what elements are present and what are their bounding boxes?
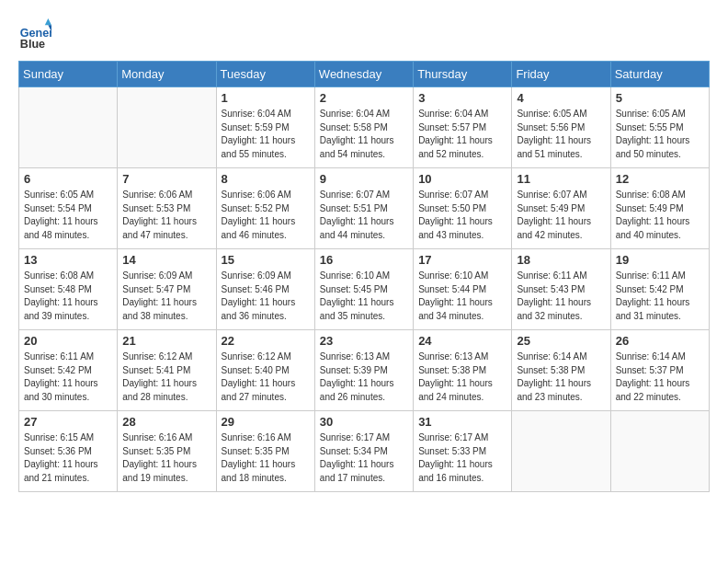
day-number: 4 bbox=[517, 91, 605, 105]
day-number: 16 bbox=[320, 253, 408, 267]
calendar-table: SundayMondayTuesdayWednesdayThursdayFrid… bbox=[18, 61, 710, 492]
day-number: 11 bbox=[517, 172, 605, 186]
calendar-cell: 1Sunrise: 6:04 AM Sunset: 5:59 PM Daylig… bbox=[216, 87, 314, 168]
calendar-cell: 8Sunrise: 6:06 AM Sunset: 5:52 PM Daylig… bbox=[216, 168, 314, 249]
calendar-week-5: 27Sunrise: 6:15 AM Sunset: 5:36 PM Dayli… bbox=[19, 411, 710, 492]
day-number: 13 bbox=[24, 253, 112, 267]
calendar-cell: 4Sunrise: 6:05 AM Sunset: 5:56 PM Daylig… bbox=[512, 87, 610, 168]
day-info: Sunrise: 6:14 AM Sunset: 5:38 PM Dayligh… bbox=[517, 350, 605, 404]
calendar-cell: 19Sunrise: 6:11 AM Sunset: 5:42 PM Dayli… bbox=[610, 249, 709, 330]
day-header-sunday: Sunday bbox=[19, 62, 118, 87]
calendar-cell: 29Sunrise: 6:16 AM Sunset: 5:35 PM Dayli… bbox=[216, 411, 314, 492]
day-info: Sunrise: 6:05 AM Sunset: 5:55 PM Dayligh… bbox=[616, 108, 704, 161]
calendar-cell: 15Sunrise: 6:09 AM Sunset: 5:46 PM Dayli… bbox=[216, 249, 314, 330]
day-info: Sunrise: 6:04 AM Sunset: 5:57 PM Dayligh… bbox=[418, 108, 506, 161]
calendar-cell: 31Sunrise: 6:17 AM Sunset: 5:33 PM Dayli… bbox=[414, 411, 512, 492]
day-info: Sunrise: 6:05 AM Sunset: 5:56 PM Dayligh… bbox=[517, 108, 605, 161]
day-info: Sunrise: 6:16 AM Sunset: 5:35 PM Dayligh… bbox=[122, 431, 210, 485]
day-header-tuesday: Tuesday bbox=[216, 62, 314, 87]
calendar-cell: 9Sunrise: 6:07 AM Sunset: 5:51 PM Daylig… bbox=[314, 168, 413, 249]
calendar-cell: 16Sunrise: 6:10 AM Sunset: 5:45 PM Dayli… bbox=[314, 249, 413, 330]
day-info: Sunrise: 6:04 AM Sunset: 5:58 PM Dayligh… bbox=[320, 108, 408, 161]
day-info: Sunrise: 6:12 AM Sunset: 5:41 PM Dayligh… bbox=[122, 350, 210, 404]
day-info: Sunrise: 6:07 AM Sunset: 5:50 PM Dayligh… bbox=[418, 189, 506, 242]
day-number: 12 bbox=[616, 172, 704, 186]
day-info: Sunrise: 6:15 AM Sunset: 5:36 PM Dayligh… bbox=[24, 431, 112, 485]
calendar-cell: 6Sunrise: 6:05 AM Sunset: 5:54 PM Daylig… bbox=[19, 168, 118, 249]
calendar-week-2: 6Sunrise: 6:05 AM Sunset: 5:54 PM Daylig… bbox=[19, 168, 710, 249]
day-number: 30 bbox=[320, 415, 408, 429]
calendar-cell: 22Sunrise: 6:12 AM Sunset: 5:40 PM Dayli… bbox=[216, 330, 314, 411]
day-number: 7 bbox=[122, 172, 210, 186]
day-info: Sunrise: 6:07 AM Sunset: 5:49 PM Dayligh… bbox=[517, 189, 605, 242]
day-number: 23 bbox=[320, 334, 408, 348]
day-info: Sunrise: 6:05 AM Sunset: 5:54 PM Dayligh… bbox=[24, 189, 112, 242]
calendar-cell: 5Sunrise: 6:05 AM Sunset: 5:55 PM Daylig… bbox=[610, 87, 709, 168]
calendar-cell: 28Sunrise: 6:16 AM Sunset: 5:35 PM Dayli… bbox=[118, 411, 216, 492]
day-info: Sunrise: 6:07 AM Sunset: 5:51 PM Dayligh… bbox=[320, 189, 408, 242]
day-info: Sunrise: 6:06 AM Sunset: 5:52 PM Dayligh… bbox=[222, 189, 310, 242]
calendar-cell: 18Sunrise: 6:11 AM Sunset: 5:43 PM Dayli… bbox=[512, 249, 610, 330]
day-header-wednesday: Wednesday bbox=[314, 62, 413, 87]
day-number: 26 bbox=[616, 334, 704, 348]
day-info: Sunrise: 6:12 AM Sunset: 5:40 PM Dayligh… bbox=[222, 350, 310, 404]
calendar-cell bbox=[512, 411, 610, 492]
calendar-cell: 10Sunrise: 6:07 AM Sunset: 5:50 PM Dayli… bbox=[414, 168, 512, 249]
calendar-week-1: 1Sunrise: 6:04 AM Sunset: 5:59 PM Daylig… bbox=[19, 87, 710, 168]
day-number: 3 bbox=[418, 91, 506, 105]
day-info: Sunrise: 6:10 AM Sunset: 5:44 PM Dayligh… bbox=[418, 270, 506, 323]
calendar-cell: 23Sunrise: 6:13 AM Sunset: 5:39 PM Dayli… bbox=[314, 330, 413, 411]
svg-text:Blue: Blue bbox=[20, 38, 45, 51]
calendar-week-4: 20Sunrise: 6:11 AM Sunset: 5:42 PM Dayli… bbox=[19, 330, 710, 411]
calendar-cell: 17Sunrise: 6:10 AM Sunset: 5:44 PM Dayli… bbox=[414, 249, 512, 330]
day-info: Sunrise: 6:13 AM Sunset: 5:39 PM Dayligh… bbox=[320, 350, 408, 404]
calendar-cell: 20Sunrise: 6:11 AM Sunset: 5:42 PM Dayli… bbox=[19, 330, 118, 411]
svg-marker-2 bbox=[45, 18, 51, 25]
calendar-cell: 11Sunrise: 6:07 AM Sunset: 5:49 PM Dayli… bbox=[512, 168, 610, 249]
day-number: 1 bbox=[222, 91, 310, 105]
calendar-cell: 12Sunrise: 6:08 AM Sunset: 5:49 PM Dayli… bbox=[610, 168, 709, 249]
calendar-cell bbox=[118, 87, 216, 168]
day-info: Sunrise: 6:17 AM Sunset: 5:34 PM Dayligh… bbox=[320, 431, 408, 485]
day-info: Sunrise: 6:17 AM Sunset: 5:33 PM Dayligh… bbox=[418, 431, 506, 485]
day-number: 2 bbox=[320, 91, 408, 105]
day-number: 22 bbox=[222, 334, 310, 348]
day-info: Sunrise: 6:11 AM Sunset: 5:42 PM Dayligh… bbox=[24, 350, 112, 404]
calendar-header-row: SundayMondayTuesdayWednesdayThursdayFrid… bbox=[19, 62, 710, 87]
day-info: Sunrise: 6:09 AM Sunset: 5:47 PM Dayligh… bbox=[122, 270, 210, 323]
page-header: General Blue bbox=[18, 18, 710, 52]
calendar-cell bbox=[610, 411, 709, 492]
day-header-thursday: Thursday bbox=[414, 62, 512, 87]
calendar-cell: 21Sunrise: 6:12 AM Sunset: 5:41 PM Dayli… bbox=[118, 330, 216, 411]
day-info: Sunrise: 6:08 AM Sunset: 5:48 PM Dayligh… bbox=[24, 270, 112, 323]
day-info: Sunrise: 6:08 AM Sunset: 5:49 PM Dayligh… bbox=[616, 189, 704, 242]
calendar-cell: 25Sunrise: 6:14 AM Sunset: 5:38 PM Dayli… bbox=[512, 330, 610, 411]
calendar-cell bbox=[19, 87, 118, 168]
day-header-friday: Friday bbox=[512, 62, 610, 87]
day-number: 15 bbox=[222, 253, 310, 267]
day-info: Sunrise: 6:04 AM Sunset: 5:59 PM Dayligh… bbox=[222, 108, 310, 161]
day-number: 8 bbox=[222, 172, 310, 186]
day-header-saturday: Saturday bbox=[610, 62, 709, 87]
day-number: 31 bbox=[418, 415, 506, 429]
calendar-cell: 27Sunrise: 6:15 AM Sunset: 5:36 PM Dayli… bbox=[19, 411, 118, 492]
day-number: 17 bbox=[418, 253, 506, 267]
day-number: 19 bbox=[616, 253, 704, 267]
logo: General Blue bbox=[18, 18, 57, 52]
calendar-cell: 14Sunrise: 6:09 AM Sunset: 5:47 PM Dayli… bbox=[118, 249, 216, 330]
calendar-cell: 7Sunrise: 6:06 AM Sunset: 5:53 PM Daylig… bbox=[118, 168, 216, 249]
calendar-cell: 3Sunrise: 6:04 AM Sunset: 5:57 PM Daylig… bbox=[414, 87, 512, 168]
day-number: 28 bbox=[122, 415, 210, 429]
day-info: Sunrise: 6:11 AM Sunset: 5:43 PM Dayligh… bbox=[517, 270, 605, 323]
day-number: 20 bbox=[24, 334, 112, 348]
day-info: Sunrise: 6:14 AM Sunset: 5:37 PM Dayligh… bbox=[616, 350, 704, 404]
day-info: Sunrise: 6:10 AM Sunset: 5:45 PM Dayligh… bbox=[320, 270, 408, 323]
day-info: Sunrise: 6:13 AM Sunset: 5:38 PM Dayligh… bbox=[418, 350, 506, 404]
calendar-cell: 24Sunrise: 6:13 AM Sunset: 5:38 PM Dayli… bbox=[414, 330, 512, 411]
day-number: 21 bbox=[122, 334, 210, 348]
day-info: Sunrise: 6:06 AM Sunset: 5:53 PM Dayligh… bbox=[122, 189, 210, 242]
day-number: 24 bbox=[418, 334, 506, 348]
calendar-cell: 26Sunrise: 6:14 AM Sunset: 5:37 PM Dayli… bbox=[610, 330, 709, 411]
day-number: 14 bbox=[122, 253, 210, 267]
day-number: 10 bbox=[418, 172, 506, 186]
